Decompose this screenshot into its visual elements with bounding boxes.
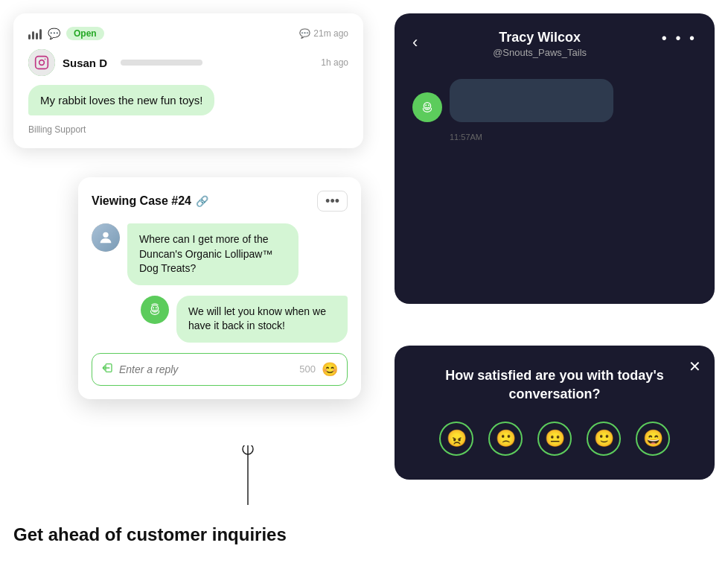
rating-neutral[interactable]: 😐 [537, 422, 572, 456]
header-center: Tracy Wilcox @Snouts_Paws_Tails [493, 30, 587, 58]
customer-bubble: Where can I get more of the Duncan's Org… [127, 223, 298, 285]
reply-input-row[interactable]: 500 😊 [92, 353, 348, 386]
contact-handle: @Snouts_Paws_Tails [493, 47, 587, 58]
svg-point-6 [156, 307, 157, 308]
case-header: Viewing Case #24 🔗 ••• [92, 191, 348, 212]
reply-icon [101, 362, 113, 377]
emoji-rating-row: 😠 🙁 😐 🙂 😄 [418, 422, 691, 456]
instagram-icon [34, 55, 49, 70]
card-header: 💬 Open 💬 21m ago [28, 27, 348, 40]
rating-unhappy[interactable]: 🙁 [488, 422, 523, 456]
rating-happy[interactable]: 🙂 [587, 422, 621, 456]
svg-point-11 [425, 104, 427, 106]
rating-very-unhappy[interactable]: 😠 [439, 422, 473, 456]
user-row: Susan D 1h ago [28, 49, 348, 76]
satisfaction-question: How satisfied are you with today's conve… [418, 366, 691, 404]
user-time: 1h ago [321, 57, 348, 68]
case-card: Viewing Case #24 🔗 ••• Where can I get m… [78, 177, 361, 399]
customer-message-row: Where can I get more of the Duncan's Org… [92, 223, 348, 285]
dark-bot-avatar [412, 92, 442, 122]
dark-message-row [412, 79, 613, 122]
satisfaction-modal: ✕ How satisfied are you with today's con… [395, 346, 715, 480]
message-bubble: My rabbit loves the new fun toys! [28, 85, 214, 115]
dark-messaging-panel: ‹ Tracy Wilcox @Snouts_Paws_Tails • • • … [395, 13, 715, 304]
rating-very-happy[interactable]: 😄 [636, 422, 670, 456]
svg-point-5 [153, 307, 154, 308]
char-count: 500 [299, 363, 316, 375]
header-left: 💬 Open [28, 27, 104, 40]
bot-avatar [141, 296, 169, 324]
svg-rect-0 [36, 57, 48, 69]
customer-avatar [92, 223, 120, 252]
message-reply-icon [101, 362, 113, 374]
emoji-button[interactable]: 😊 [322, 361, 338, 378]
case-title: Viewing Case #24 🔗 [92, 194, 208, 208]
time-ago: 💬 21m ago [299, 28, 348, 39]
more-button[interactable]: ••• [317, 191, 348, 212]
open-conversation-card: 💬 Open 💬 21m ago Susan D 1h [13, 13, 363, 148]
reply-input[interactable] [119, 363, 293, 375]
agent-message-row: We will let you know when we have it bac… [92, 296, 348, 343]
contact-name: Tracy Wilcox [493, 30, 587, 45]
link-icon: 🔗 [196, 195, 208, 207]
svg-point-3 [103, 232, 108, 238]
chat-icon: 💬 [48, 28, 60, 39]
dark-messages-area: 11:57AM [395, 70, 715, 304]
svg-point-1 [39, 60, 45, 66]
bot-icon [147, 302, 163, 318]
dark-bot-icon [419, 99, 435, 115]
person-icon [98, 229, 114, 246]
back-button[interactable]: ‹ [412, 33, 418, 52]
dark-message-bubble [450, 79, 613, 122]
agent-bubble: We will let you know when we have it bac… [176, 296, 348, 343]
pointer-line [237, 445, 259, 520]
name-bar [121, 60, 202, 66]
user-left: Susan D [28, 49, 202, 76]
svg-point-12 [428, 104, 430, 106]
message-timestamp: 11:57AM [450, 133, 482, 142]
modal-close-button[interactable]: ✕ [689, 357, 701, 375]
billing-tag: Billing Support [28, 124, 348, 135]
messages-area: Where can I get more of the Duncan's Org… [92, 223, 348, 343]
svg-point-2 [45, 59, 46, 60]
username: Susan D [63, 57, 107, 69]
open-badge: Open [66, 27, 104, 40]
more-dots-button[interactable]: • • • [662, 30, 697, 47]
avatar [28, 49, 55, 76]
bars-icon [28, 28, 42, 39]
bottom-heading: Get ahead of customer inquiries [13, 524, 287, 545]
dark-panel-header: ‹ Tracy Wilcox @Snouts_Paws_Tails • • • [395, 13, 715, 70]
